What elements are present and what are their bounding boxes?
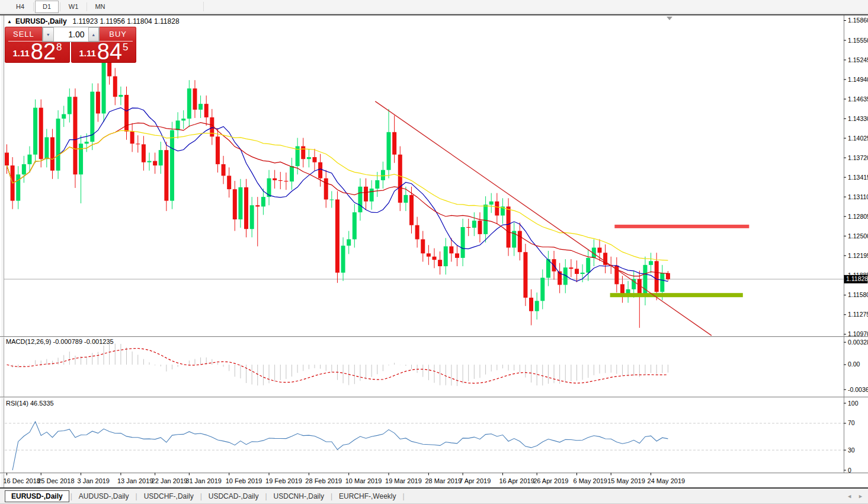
svg-text:1.15860: 1.15860 — [848, 17, 868, 24]
toolbar-separator — [203, 2, 204, 11]
tab-scroll-right-icon[interactable]: ► — [858, 493, 863, 499]
volume-spinner: ▼ ▲ — [42, 27, 100, 42]
svg-text:1.13720: 1.13720 — [848, 154, 868, 161]
svg-text:1.11580: 1.11580 — [848, 291, 868, 298]
chart-window-tab-bar: ◄ ► EURUSD-,Daily|AUDUSD-,Daily|USDCHF-,… — [0, 487, 868, 504]
svg-text:1.15550: 1.15550 — [848, 37, 868, 44]
one-click-trading-panel: SELL 1.11 82 8 BUY 1.11 84 5 ▼ ▲ — [5, 27, 136, 63]
svg-text:0.003287: 0.003287 — [848, 339, 868, 346]
chart-tab-eurusd[interactable]: EURUSD-,Daily — [5, 490, 69, 502]
svg-text:1.11275: 1.11275 — [848, 311, 868, 318]
tab-separator: | — [199, 492, 203, 500]
tab-separator: | — [329, 492, 334, 500]
tab-separator: | — [401, 492, 405, 500]
chart-tab-audusd[interactable]: AUDUSD-,Daily — [73, 490, 134, 502]
svg-text:1.14940: 1.14940 — [848, 76, 868, 83]
svg-text:19 Mar 2019: 19 Mar 2019 — [385, 477, 422, 484]
chart-tab-usdcad[interactable]: USDCAD-,Daily — [203, 490, 264, 502]
svg-text:28 Mar 2019: 28 Mar 2019 — [425, 477, 462, 484]
buy-price-sup: 5 — [123, 42, 128, 52]
svg-text:7 Apr 2019: 7 Apr 2019 — [459, 477, 491, 484]
rsi-indicator-label: RSI(14) 46.5335 — [6, 400, 54, 407]
volume-decrease-button[interactable]: ▼ — [43, 27, 54, 42]
timeframe-button-w1[interactable]: W1 — [62, 1, 85, 13]
timeframe-button-mn[interactable]: MN — [88, 1, 112, 13]
sell-price-prefix: 1.11 — [12, 48, 29, 58]
svg-text:16 Apr 2019: 16 Apr 2019 — [499, 477, 534, 484]
svg-text:15 May 2019: 15 May 2019 — [607, 477, 645, 484]
svg-text:1.12195: 1.12195 — [848, 252, 868, 259]
chart-title: ▲ EURUSD-,Daily 1.11923 1.11956 1.11804 … — [7, 17, 180, 25]
svg-text:25 Dec 2018: 25 Dec 2018 — [37, 477, 74, 484]
timeframe-toolbar: H4D1W1MN — [0, 0, 868, 14]
mt4-terminal: { "toolbar": { "timeframes": [ {"label":… — [0, 0, 868, 504]
svg-text:26 Apr 2019: 26 Apr 2019 — [533, 477, 568, 484]
svg-text:24 May 2019: 24 May 2019 — [648, 477, 686, 484]
svg-text:10 Mar 2019: 10 Mar 2019 — [345, 477, 382, 484]
timeframe-button-d1[interactable]: D1 — [35, 1, 59, 13]
chart-tab-usdchf[interactable]: USDCHF-,Daily — [139, 490, 199, 502]
svg-text:1.13110: 1.13110 — [848, 193, 868, 200]
timeframe-button-h4[interactable]: H4 — [8, 1, 32, 13]
chart-canvas[interactable]: 1.158601.155501.152451.149401.146351.143… — [0, 14, 868, 487]
svg-text:70: 70 — [848, 419, 855, 426]
svg-text:0: 0 — [848, 467, 851, 474]
chevron-up-icon: ▲ — [91, 33, 95, 37]
volume-increase-button[interactable]: ▲ — [88, 27, 100, 42]
svg-text:16 Dec 2018: 16 Dec 2018 — [4, 477, 40, 484]
sell-price-big: 82 — [31, 42, 56, 62]
sell-price: 1.11 82 8 — [5, 42, 70, 63]
collapse-panel-icon[interactable]: ▲ — [7, 19, 12, 24]
chart-symbol-label: EURUSD-,Daily — [15, 17, 67, 25]
svg-text:1.10970: 1.10970 — [848, 330, 868, 337]
chart-tab-usdcnh[interactable]: USDCNH-,Daily — [268, 490, 329, 502]
toolbar-separator — [87, 2, 87, 11]
tab-scroll-left-icon[interactable]: ◄ — [847, 493, 852, 499]
tab-scroll-controls: ◄ ► — [847, 493, 863, 499]
svg-text:1.14025: 1.14025 — [848, 135, 868, 142]
svg-text:1.11828: 1.11828 — [846, 275, 868, 282]
support-line[interactable] — [610, 293, 743, 297]
svg-text:1.12500: 1.12500 — [848, 232, 868, 240]
svg-text:1.14635: 1.14635 — [848, 95, 868, 103]
svg-text:0.00: 0.00 — [848, 361, 860, 368]
svg-text:1.15245: 1.15245 — [848, 56, 868, 63]
volume-input[interactable] — [54, 27, 88, 42]
svg-text:13 Jan 2019: 13 Jan 2019 — [117, 477, 153, 484]
buy-price-prefix: 1.11 — [79, 48, 95, 58]
svg-text:22 Jan 2019: 22 Jan 2019 — [152, 477, 188, 484]
toolbar-separator — [33, 2, 34, 11]
svg-text:1.14330: 1.14330 — [848, 115, 868, 122]
svg-text:6 May 2019: 6 May 2019 — [574, 477, 607, 484]
svg-text:1.13415: 1.13415 — [848, 174, 868, 181]
svg-text:10 Feb 2019: 10 Feb 2019 — [226, 477, 262, 484]
resistance-line[interactable] — [614, 225, 749, 228]
chart-tab-eurchf[interactable]: EURCHF-,Weekly — [334, 490, 401, 502]
svg-text:100: 100 — [848, 400, 859, 407]
svg-text:30: 30 — [848, 446, 855, 454]
svg-text:31 Jan 2019: 31 Jan 2019 — [185, 477, 222, 484]
tab-separator: | — [264, 492, 268, 500]
svg-text:-0.003659: -0.003659 — [848, 386, 868, 393]
toolbar-separator — [60, 2, 60, 11]
svg-text:3 Jan 2019: 3 Jan 2019 — [78, 477, 110, 484]
chevron-down-icon: ▼ — [46, 33, 50, 37]
chart-ohlc-values: 1.11923 1.11956 1.11804 1.11828 — [73, 17, 180, 25]
svg-text:19 Feb 2019: 19 Feb 2019 — [265, 477, 302, 484]
macd-indicator-label: MACD(12,26,9) -0.000789 -0.001235 — [6, 338, 114, 345]
tab-separator: | — [134, 492, 139, 500]
tab-separator: | — [69, 492, 73, 500]
sell-price-sup: 8 — [56, 42, 62, 52]
buy-price: 1.11 84 5 — [71, 42, 136, 63]
buy-price-big: 84 — [97, 42, 122, 62]
svg-text:28 Feb 2019: 28 Feb 2019 — [305, 477, 342, 484]
svg-text:1.12805: 1.12805 — [848, 213, 868, 220]
